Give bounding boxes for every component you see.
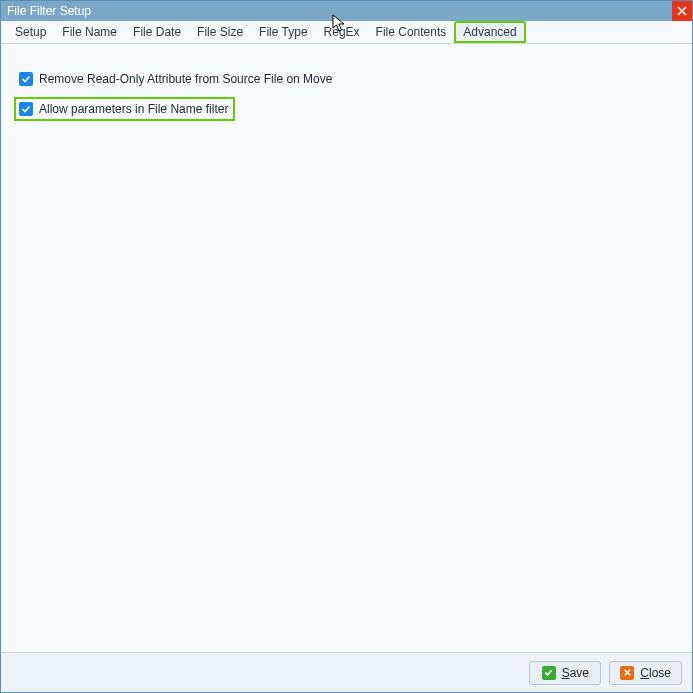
window-close-button[interactable] — [672, 1, 692, 21]
tab-file-contents[interactable]: File Contents — [368, 21, 455, 43]
tab-file-date[interactable]: File Date — [125, 21, 189, 43]
dialog-window: File Filter Setup Setup File Name File D… — [0, 0, 693, 693]
tab-file-type[interactable]: File Type — [251, 21, 315, 43]
tab-file-size[interactable]: File Size — [189, 21, 251, 43]
button-label: Close — [640, 666, 671, 680]
tab-regex[interactable]: RegEx — [316, 21, 368, 43]
tab-file-name[interactable]: File Name — [54, 21, 125, 43]
checkbox-remove-readonly[interactable]: Remove Read-Only Attribute from Source F… — [19, 72, 332, 86]
tab-advanced[interactable]: Advanced — [454, 21, 525, 43]
titlebar: File Filter Setup — [1, 1, 692, 21]
tab-bar: Setup File Name File Date File Size File… — [1, 21, 692, 44]
button-label: Save — [562, 666, 589, 680]
checkmark-icon — [19, 102, 33, 116]
checkbox-allow-parameters[interactable]: Allow parameters in File Name filter — [14, 97, 235, 121]
close-icon — [677, 6, 687, 16]
footer-bar: Save Close — [1, 652, 692, 692]
close-button[interactable]: Close — [609, 661, 682, 685]
save-button[interactable]: Save — [529, 661, 601, 685]
checkbox-label: Allow parameters in File Name filter — [39, 102, 228, 116]
checkmark-icon — [19, 72, 33, 86]
checkbox-label: Remove Read-Only Attribute from Source F… — [39, 72, 332, 86]
x-icon — [620, 666, 634, 680]
check-icon — [542, 666, 556, 680]
tab-setup[interactable]: Setup — [7, 21, 54, 43]
window-title: File Filter Setup — [7, 4, 91, 18]
content-area: Remove Read-Only Attribute from Source F… — [1, 44, 692, 652]
